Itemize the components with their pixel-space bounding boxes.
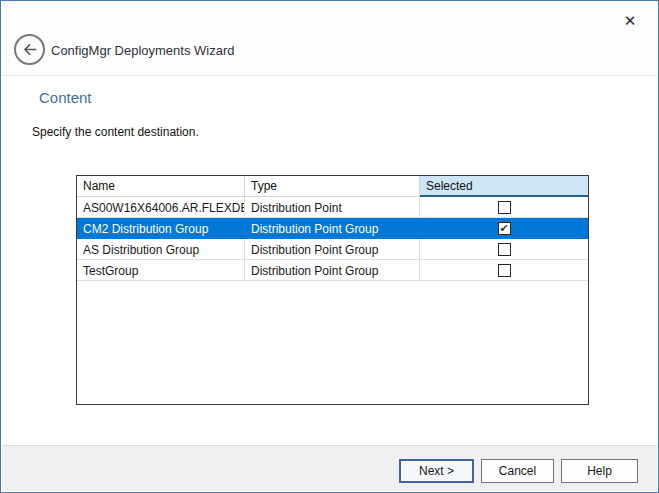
table-row[interactable]: AS00W16X64006.AR.FLEXDEV...Distribution …	[77, 197, 588, 218]
row-checkbox[interactable]: ✔	[498, 222, 511, 235]
table-header: Name Type Selected	[77, 176, 588, 197]
footer-bar: Next > Cancel Help	[2, 445, 657, 491]
wizard-header: ConfigMgr Deployments Wizard ✕	[2, 1, 657, 76]
cancel-button[interactable]: Cancel	[481, 459, 554, 483]
next-button[interactable]: Next >	[399, 459, 474, 483]
row-checkbox[interactable]	[498, 264, 511, 277]
column-header-selected[interactable]: Selected	[420, 176, 588, 197]
content-destination-table: Name Type Selected AS00W16X64006.AR.FLEX…	[76, 175, 589, 405]
cell-type: Distribution Point Group	[245, 260, 420, 281]
table-row[interactable]: AS Distribution GroupDistribution Point …	[77, 239, 588, 260]
wizard-title: ConfigMgr Deployments Wizard	[51, 43, 235, 58]
cell-name: AS Distribution Group	[77, 239, 245, 260]
cell-selected	[420, 260, 588, 281]
row-checkbox[interactable]	[498, 201, 511, 214]
table-body: AS00W16X64006.AR.FLEXDEV...Distribution …	[77, 197, 588, 281]
page-description: Specify the content destination.	[32, 125, 199, 139]
cell-type: Distribution Point Group	[245, 218, 420, 239]
wizard-window: ConfigMgr Deployments Wizard ✕ Content S…	[0, 0, 659, 493]
table-row[interactable]: TestGroupDistribution Point Group	[77, 260, 588, 281]
close-icon: ✕	[624, 12, 637, 30]
back-button[interactable]	[14, 34, 45, 65]
cell-type: Distribution Point	[245, 197, 420, 218]
table-row[interactable]: CM2 Distribution GroupDistribution Point…	[77, 218, 588, 239]
help-button[interactable]: Help	[561, 459, 638, 483]
cell-selected	[420, 239, 588, 260]
close-button[interactable]: ✕	[617, 9, 643, 33]
cell-name: CM2 Distribution Group	[77, 218, 245, 239]
cell-name: TestGroup	[77, 260, 245, 281]
cell-type: Distribution Point Group	[245, 239, 420, 260]
row-checkbox[interactable]	[498, 243, 511, 256]
column-header-name[interactable]: Name	[77, 176, 245, 197]
cell-selected: ✔	[420, 218, 588, 239]
column-header-type[interactable]: Type	[245, 176, 420, 197]
page-title: Content	[39, 89, 92, 106]
cell-name: AS00W16X64006.AR.FLEXDEV...	[77, 197, 245, 218]
back-arrow-icon	[21, 41, 38, 58]
cell-selected	[420, 197, 588, 218]
